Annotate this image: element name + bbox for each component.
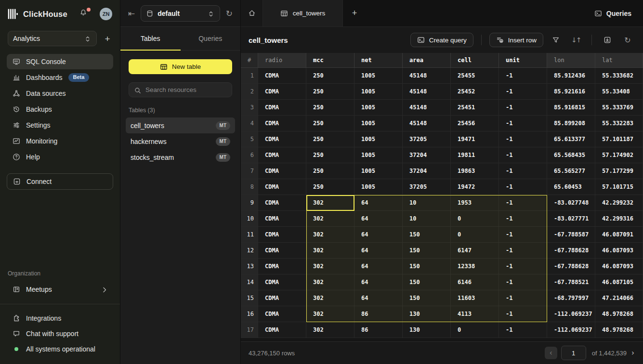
cell-net[interactable]: 1005 xyxy=(354,100,403,116)
cell-area[interactable]: 150 xyxy=(403,227,451,243)
cell-mcc[interactable]: 302 xyxy=(306,290,354,306)
filter-button[interactable] xyxy=(548,33,564,47)
cell-unit[interactable]: -1 xyxy=(499,274,547,290)
cell-lat[interactable]: 46.087105 xyxy=(595,274,643,290)
cell-mcc[interactable]: 250 xyxy=(306,100,354,116)
cell-lon[interactable]: 85.912436 xyxy=(547,68,595,84)
sidebar-item-monitoring[interactable]: Monitoring xyxy=(7,133,113,149)
cell-radio[interactable]: CDMA xyxy=(258,274,306,290)
cell-lon[interactable]: -112.069237 xyxy=(547,306,595,322)
cell-radio[interactable]: CDMA xyxy=(258,84,306,100)
cell-net[interactable]: 1005 xyxy=(354,163,403,179)
cell-area[interactable]: 10 xyxy=(403,195,451,211)
cell-mcc[interactable]: 302 xyxy=(306,259,354,274)
cell-lon[interactable]: 65.613377 xyxy=(547,131,595,147)
cell-mcc[interactable]: 302 xyxy=(306,227,354,243)
next-page-button[interactable]: › xyxy=(630,349,635,357)
collapse-panel-icon[interactable]: ⇤ xyxy=(128,9,135,18)
cell-net[interactable]: 64 xyxy=(354,259,403,274)
sidebar-item-settings[interactable]: Settings xyxy=(7,117,113,133)
cell-cell[interactable]: 1953 xyxy=(451,195,499,211)
sidebar-item-sql-console[interactable]: SQL Console xyxy=(7,54,113,69)
cell-lat[interactable]: 55.333682 xyxy=(595,68,643,84)
insert-row-button[interactable]: Insert row xyxy=(489,33,543,47)
cell-cell[interactable]: 0 xyxy=(451,322,499,338)
cell-net[interactable]: 64 xyxy=(354,227,403,243)
queries-button[interactable]: Queries xyxy=(583,0,643,26)
cell-lon[interactable]: -83.027771 xyxy=(547,211,595,227)
cell-net[interactable]: 1005 xyxy=(354,116,403,131)
cell-lon[interactable]: 85.921616 xyxy=(547,84,595,100)
home-button[interactable] xyxy=(241,0,263,26)
column-header-unit[interactable]: unit xyxy=(499,53,547,68)
cell-mcc[interactable]: 302 xyxy=(306,306,354,322)
row-number[interactable]: 8 xyxy=(241,179,258,195)
row-number[interactable]: 13 xyxy=(241,259,258,274)
sidebar-item-data-sources[interactable]: Data sources xyxy=(7,86,113,101)
cell-unit[interactable]: -1 xyxy=(499,84,547,100)
row-number[interactable]: 16 xyxy=(241,306,258,322)
row-number[interactable]: 1 xyxy=(241,68,258,84)
cell-cell[interactable]: 11603 xyxy=(451,290,499,306)
table-list-item-cell-towers[interactable]: cell_towersMT xyxy=(126,117,235,133)
row-number[interactable]: 5 xyxy=(241,131,258,147)
cell-cell[interactable]: 25451 xyxy=(451,100,499,116)
cell-lat[interactable]: 55.33408 xyxy=(595,84,643,100)
row-number[interactable]: 4 xyxy=(241,116,258,131)
cell-lat[interactable]: 55.332283 xyxy=(595,116,643,131)
cell-mcc[interactable]: 302 xyxy=(306,322,354,338)
page-input[interactable] xyxy=(561,346,586,360)
cell-lon[interactable]: -67.788628 xyxy=(547,259,595,274)
cell-unit[interactable]: -1 xyxy=(499,306,547,322)
cell-cell[interactable]: 19811 xyxy=(451,147,499,163)
cell-radio[interactable]: CDMA xyxy=(258,227,306,243)
cell-radio[interactable]: CDMA xyxy=(258,243,306,259)
cell-lat[interactable]: 46.087093 xyxy=(595,259,643,274)
cell-area[interactable]: 37204 xyxy=(403,163,451,179)
cell-lon[interactable]: -68.797997 xyxy=(547,290,595,306)
cell-unit[interactable]: -1 xyxy=(499,259,547,274)
cell-lat[interactable]: 47.214066 xyxy=(595,290,643,306)
column-header-radio[interactable]: radio xyxy=(258,53,306,68)
cell-net[interactable]: 64 xyxy=(354,243,403,259)
cell-unit[interactable]: -1 xyxy=(499,100,547,116)
sidebar-item-all-systems-operational[interactable]: All systems operational xyxy=(7,342,113,356)
cell-radio[interactable]: CDMA xyxy=(258,68,306,84)
cell-mcc[interactable]: 250 xyxy=(306,116,354,131)
row-number[interactable]: 14 xyxy=(241,274,258,290)
cell-area[interactable]: 37204 xyxy=(403,147,451,163)
cell-net[interactable]: 86 xyxy=(354,306,403,322)
cell-area[interactable]: 150 xyxy=(403,259,451,274)
cell-radio[interactable]: CDMA xyxy=(258,211,306,227)
cell-lat[interactable]: 42.299232 xyxy=(595,195,643,211)
cell-unit[interactable]: -1 xyxy=(499,227,547,243)
column-header-cell[interactable]: cell xyxy=(451,53,499,68)
cell-cell[interactable]: 19471 xyxy=(451,131,499,147)
cell-cell[interactable]: 0 xyxy=(451,211,499,227)
cell-net[interactable]: 86 xyxy=(354,322,403,338)
cell-net[interactable]: 1005 xyxy=(354,147,403,163)
cell-unit[interactable]: -1 xyxy=(499,179,547,195)
cell-unit[interactable]: -1 xyxy=(499,290,547,306)
cell-cell[interactable]: 25456 xyxy=(451,116,499,131)
cell-radio[interactable]: CDMA xyxy=(258,131,306,147)
column-header-area[interactable]: area xyxy=(403,53,451,68)
cell-unit[interactable]: -1 xyxy=(499,195,547,211)
cell-area[interactable]: 45148 xyxy=(403,116,451,131)
cell-unit[interactable]: -1 xyxy=(499,211,547,227)
cell-unit[interactable]: -1 xyxy=(499,116,547,131)
sidebar-item-meetups[interactable]: Meetups xyxy=(7,282,113,297)
connect-button[interactable]: Connect xyxy=(7,173,113,190)
new-table-button[interactable]: New table xyxy=(129,59,232,74)
column-header-row-index[interactable]: # xyxy=(241,53,258,68)
new-tab-button[interactable]: + xyxy=(343,0,366,26)
cell-area[interactable]: 45148 xyxy=(403,84,451,100)
cell-unit[interactable]: -1 xyxy=(499,243,547,259)
row-number[interactable]: 9 xyxy=(241,195,258,211)
cell-net[interactable]: 1005 xyxy=(354,131,403,147)
tab-tables[interactable]: Tables xyxy=(120,27,181,50)
notifications-button[interactable] xyxy=(79,9,90,19)
cell-lon[interactable]: -112.069237 xyxy=(547,322,595,338)
reload-table-button[interactable]: ↻ xyxy=(620,33,635,47)
cell-mcc[interactable]: 250 xyxy=(306,84,354,100)
